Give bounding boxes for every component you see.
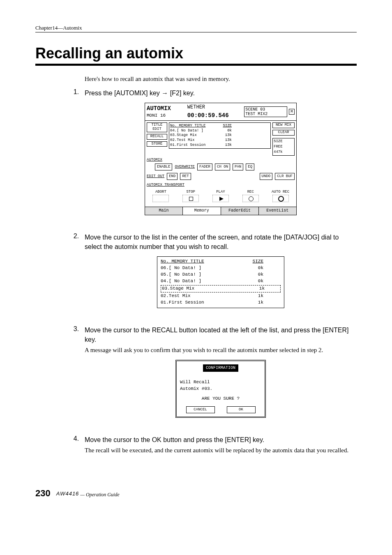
product-model: AW4416	[56, 491, 79, 497]
autorec-icon[interactable]	[272, 195, 289, 202]
list-item-size: 0k	[243, 278, 263, 285]
title-edit-button[interactable]: TITLE EDIT	[147, 122, 167, 132]
scene-label: SCENE	[245, 107, 258, 112]
list-item: 04.[ No Data! ]	[161, 278, 243, 285]
fader-button[interactable]: FADER	[197, 164, 212, 170]
chon-button[interactable]: CH ON	[215, 164, 230, 170]
lcd-confirm-dialog: CONFIRMATION Will Recall Automix #03. AR…	[175, 360, 266, 418]
dialog-line: Will Recall	[180, 379, 261, 386]
pan-button[interactable]: PAN	[233, 164, 243, 170]
page-footer: 230 AW4416 — Operation Guide	[35, 488, 357, 499]
ok-button[interactable]: OK	[227, 406, 256, 413]
dialog-question: ARE YOU SURE ?	[180, 396, 261, 402]
list-item-size: 13k	[219, 138, 232, 143]
step-number: 3.	[35, 325, 85, 428]
list-item: 03.Stage Mix	[170, 133, 219, 138]
page-title: Recalling an automix	[35, 45, 357, 66]
new-mix-button[interactable]: NEW MIX	[272, 122, 295, 128]
list-hdr-title: No. MEMORY TITLE	[170, 124, 219, 129]
tab-faderedit[interactable]: FaderEdit	[221, 207, 259, 215]
list-item: 01.First Session	[161, 299, 243, 306]
lcd-section-label: AUTOMIX	[147, 104, 187, 113]
guide-label: — Operation Guide	[79, 492, 119, 497]
step-number: 1.	[35, 88, 85, 225]
tab-memory[interactable]: Memory	[183, 207, 221, 215]
list-item-size: 13k	[219, 143, 232, 148]
stop-icon[interactable]	[182, 195, 199, 202]
cancel-button[interactable]: CANCEL	[186, 406, 215, 413]
overwrite-label: OVERWRITE	[175, 164, 195, 170]
undo-button[interactable]: UNDO	[260, 173, 273, 180]
list-item: 06.[ No Data! ]	[161, 265, 243, 272]
m-indicator: M	[289, 109, 295, 115]
editout-label: EDIT OUT	[147, 174, 164, 179]
list-item: 05.[ No Data! ]	[161, 272, 243, 278]
end-button[interactable]: END	[167, 173, 178, 180]
page-number: 230	[35, 488, 51, 499]
list-item-size: 1k	[243, 299, 263, 306]
eq-button[interactable]: EQ	[246, 164, 254, 170]
step-command: Move the cursor to the OK button and pre…	[85, 435, 357, 444]
step-number: 2.	[35, 233, 85, 318]
step-command: Press the [AUTOMIX] key → [F2] key.	[85, 88, 357, 98]
list-item-size: 0k	[243, 265, 263, 272]
list-item-size: 1k	[244, 286, 265, 292]
free-size: FREE 447k	[274, 145, 283, 154]
list-hdr-title: No. MEMORY TITLE	[161, 258, 239, 265]
dialog-line: Automix #03.	[180, 386, 261, 392]
list-item-size: 0k	[219, 129, 232, 134]
chapter-header: Chapter14—Automix	[35, 25, 357, 32]
lcd-moni-label: MONI 16	[147, 113, 187, 119]
list-hdr-size: SIZE	[219, 124, 232, 129]
list-item: 02.Test Mix	[161, 293, 243, 299]
recall-button[interactable]: RECALL	[147, 134, 167, 140]
autorec-label: AUTO REC	[269, 189, 292, 195]
list-item: 01.First Session	[170, 143, 219, 148]
clear-button[interactable]: CLEAR	[272, 130, 295, 136]
list-hdr-size: SIZE	[239, 258, 263, 265]
list-item: 04.[ No Data! ]	[170, 129, 219, 134]
enable-button[interactable]: ENABLE	[155, 164, 172, 170]
step-subtext: The recall will be executed, and the cur…	[85, 446, 357, 455]
lcd-timecode: 00:00:59.546	[187, 111, 244, 120]
lcd-tc-label: WETHER	[187, 104, 244, 111]
step-command: Move the cursor to the RECALL button loc…	[85, 325, 357, 344]
abort-icon[interactable]	[152, 195, 169, 202]
list-item-size: 1k	[243, 293, 263, 299]
scene-name: TEST MIX2	[245, 112, 267, 116]
automix-sec-label: AUTOMIX	[147, 157, 295, 163]
step-command: Move the cursor to the list in the cente…	[85, 233, 357, 251]
lcd-main-screenshot: AUTOMIX MONI 16 WETHER 00:00:59.546 SCEN…	[145, 103, 297, 215]
play-label: PLAY	[209, 189, 232, 195]
dialog-title: CONFIRMATION	[203, 364, 238, 372]
scene-number: 03	[260, 107, 265, 112]
size-label: SIZE	[274, 139, 283, 143]
play-icon[interactable]	[212, 195, 229, 202]
clrbuf-button[interactable]: CLR BUF	[275, 173, 295, 180]
rec-icon[interactable]	[242, 195, 259, 202]
tab-eventlist[interactable]: EventList	[259, 207, 296, 215]
ret-button[interactable]: RET	[180, 173, 191, 180]
store-button[interactable]: STORE	[147, 141, 167, 147]
tab-main[interactable]: Main	[145, 207, 183, 215]
step-number: 4.	[35, 435, 85, 455]
step-subtext: A message will ask you to confirm that y…	[85, 346, 357, 355]
intro-text: Here's how to recall an automix that was…	[85, 76, 357, 83]
list-item-size: 0k	[243, 272, 263, 278]
transport-label: AUTOMIX TRANSPORT	[147, 182, 295, 188]
list-item: 02.Test Mix	[170, 138, 219, 143]
list-item-selected[interactable]: 03.Stage Mix	[162, 286, 244, 292]
lcd-list-closeup: No. MEMORY TITLESIZE 06.[ No Data! ]0k 0…	[157, 256, 284, 308]
list-item-size: 13k	[219, 133, 232, 138]
abort-label: ABORT	[149, 189, 172, 195]
rec-label: REC	[239, 189, 262, 195]
memory-list[interactable]: No. MEMORY TITLESIZE 04.[ No Data! ]0k 0…	[169, 122, 271, 149]
stop-label: STOP	[179, 189, 202, 195]
